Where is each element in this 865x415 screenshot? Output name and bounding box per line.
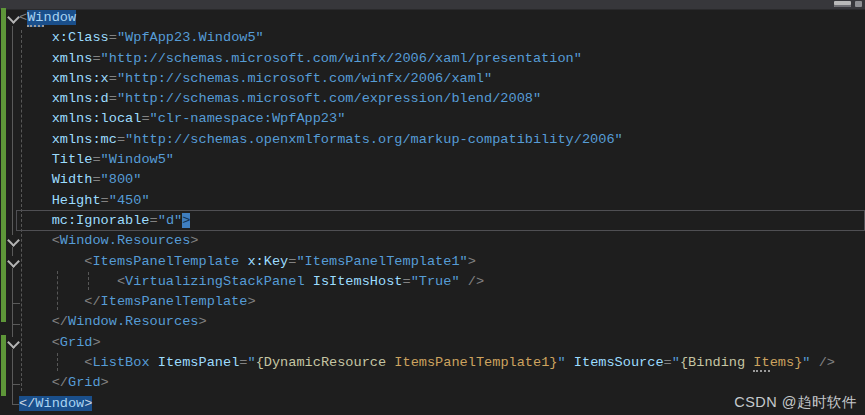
code-token: = — [101, 193, 109, 208]
code-token: " — [557, 355, 565, 370]
code-token — [19, 71, 52, 86]
code-token — [19, 233, 52, 248]
code-token: "ItemsPanelTemplate1" — [296, 254, 467, 269]
code-line[interactable]: <Grid> — [0, 333, 865, 353]
code-token: "http://schemas.microsoft.com/expression… — [117, 91, 541, 106]
code-token: "http://schemas.microsoft.com/winfx/2006… — [101, 51, 582, 66]
code-token: "450" — [109, 193, 150, 208]
code-token: ItemsSource — [574, 355, 664, 370]
code-token: </ — [19, 396, 35, 411]
window-chrome-icon-small[interactable] — [855, 1, 862, 7]
code-token: "d" — [158, 213, 182, 228]
code-token: Grid — [68, 375, 101, 390]
code-line[interactable]: x:Class="WpfApp23.Window5" — [0, 28, 865, 48]
code-token: < — [19, 10, 27, 25]
code-token: ndow — [44, 10, 77, 25]
code-token: /> — [460, 274, 484, 289]
code-token: Wi — [27, 10, 43, 27]
code-line[interactable]: <Window — [0, 8, 865, 28]
code-token: "800" — [101, 172, 142, 187]
code-token — [19, 213, 52, 228]
code-token: Window.Resources — [60, 233, 191, 248]
code-token: > — [247, 294, 255, 309]
code-token — [19, 294, 84, 309]
code-token: = — [117, 132, 125, 147]
code-token: Window.Resources — [68, 314, 199, 329]
code-token — [19, 152, 52, 167]
code-token — [150, 355, 158, 370]
code-token: < — [117, 274, 125, 289]
code-token: < — [52, 335, 60, 350]
code-token: > — [190, 233, 198, 248]
code-token: = — [92, 51, 100, 66]
code-token: </ — [52, 314, 68, 329]
code-token: "http://schemas.microsoft.com/winfx/2006… — [117, 71, 492, 86]
code-token: > — [199, 314, 207, 329]
code-token: Height — [52, 193, 101, 208]
code-token — [19, 132, 52, 147]
code-line[interactable]: Title="Window5" — [0, 150, 865, 170]
code-line[interactable]: xmlns:d="http://schemas.microsoft.com/ex… — [0, 89, 865, 109]
code-line[interactable]: <VirtualizingStackPanel IsItemsHost="Tru… — [0, 272, 865, 292]
code-line[interactable]: xmlns="http://schemas.microsoft.com/winf… — [0, 49, 865, 69]
code-line[interactable]: xmlns:x="http://schemas.microsoft.com/wi… — [0, 69, 865, 89]
code-token — [566, 355, 574, 370]
code-line[interactable]: <ItemsPanelTemplate x:Key="ItemsPanelTem… — [0, 252, 865, 272]
code-token: xmlns:d — [52, 91, 109, 106]
code-token: = — [92, 152, 100, 167]
code-token: " — [672, 355, 680, 370]
code-token: </ — [52, 375, 68, 390]
code-line[interactable]: </Grid> — [0, 373, 865, 393]
code-line[interactable]: Height="450" — [0, 191, 865, 211]
code-token: xmlns — [52, 51, 93, 66]
code-token: "WpfApp23.Window5" — [117, 30, 264, 45]
code-token — [19, 91, 52, 106]
code-token: x:Class — [52, 30, 109, 45]
code-token: = — [109, 91, 117, 106]
code-token: = — [150, 213, 158, 228]
code-line[interactable]: </ItemsPanelTemplate> — [0, 292, 865, 312]
code-line[interactable]: </Window.Resources> — [0, 312, 865, 332]
code-token — [19, 274, 117, 289]
code-line[interactable]: Width="800" — [0, 170, 865, 190]
code-token: = — [141, 111, 149, 126]
code-token: "Window5" — [101, 152, 174, 167]
code-token: ItemsPanelTemplate — [101, 294, 248, 309]
code-line[interactable]: mc:Ignorable="d"> — [0, 211, 865, 231]
code-token — [19, 355, 84, 370]
code-token — [19, 193, 52, 208]
code-token: "True" — [411, 274, 460, 289]
code-token: > — [182, 213, 190, 228]
code-token: Window — [35, 396, 84, 411]
code-token: ItemsPanelTemplate1} — [394, 355, 557, 370]
code-token: ItemsPanelTemplate — [92, 254, 239, 269]
code-token: > — [468, 254, 476, 269]
code-token — [19, 172, 52, 187]
xaml-editor-window: <Window x:Class="WpfApp23.Window5" xmlns… — [0, 0, 865, 415]
code-token: = — [92, 172, 100, 187]
code-token: xmlns:local — [52, 111, 142, 126]
code-token: ListBox — [92, 355, 149, 370]
code-token — [19, 375, 52, 390]
code-token: " — [247, 355, 255, 370]
code-token — [19, 254, 84, 269]
code-line[interactable]: xmlns:local="clr-namespace:WpfApp23" — [0, 109, 865, 129]
code-token: ItemsPanel — [158, 355, 240, 370]
code-token: </ — [84, 294, 100, 309]
code-token: It — [753, 355, 769, 372]
code-token: < — [52, 233, 60, 248]
code-token: Grid — [60, 335, 93, 350]
code-token — [19, 51, 52, 66]
code-line[interactable]: xmlns:mc="http://schemas.openxmlformats.… — [0, 130, 865, 150]
code-token: Width — [52, 172, 93, 187]
window-chrome-icon[interactable] — [834, 1, 851, 7]
code-area[interactable]: <Window x:Class="WpfApp23.Window5" xmlns… — [0, 8, 865, 414]
code-line[interactable]: <ListBox ItemsPanel="{DynamicResource It… — [0, 353, 865, 373]
code-line[interactable]: <Window.Resources> — [0, 231, 865, 251]
code-token: IsItemsHost — [313, 274, 403, 289]
code-token — [19, 30, 52, 45]
code-token: > — [84, 396, 92, 411]
code-token: = — [402, 274, 410, 289]
watermark: CSDN @趋时软件 — [734, 393, 857, 412]
code-token: /> — [810, 355, 834, 370]
